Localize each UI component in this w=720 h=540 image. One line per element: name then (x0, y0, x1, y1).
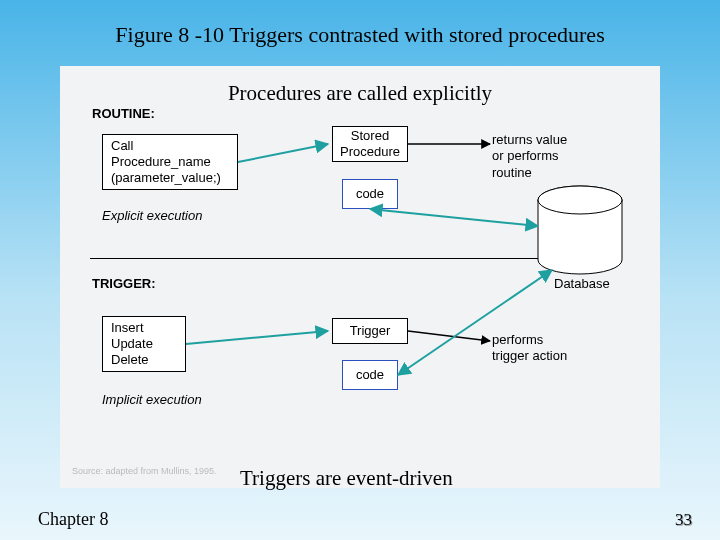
trigger-heading: TRIGGER: (92, 276, 156, 291)
call-line-2: Procedure_name (111, 154, 221, 170)
footer-chapter: Chapter 8 (38, 509, 108, 530)
trigger-code-box: code (342, 360, 398, 390)
performs-label: performs trigger action (492, 332, 567, 365)
section-divider (90, 258, 560, 259)
ops-box: Insert Update Delete (102, 316, 186, 372)
arrow-ops-to-trigger (186, 331, 328, 344)
routine-code-box: code (342, 179, 398, 209)
diagram-panel: ROUTINE: Call Procedure_name (parameter_… (60, 66, 660, 488)
arrow-code-db-routine (370, 209, 538, 226)
call-line-3: (parameter_value;) (111, 170, 221, 186)
svg-point-0 (538, 186, 622, 214)
footer-page-number: 33 (675, 510, 692, 530)
explicit-exec-label: Explicit execution (102, 208, 202, 223)
routine-heading: ROUTINE: (92, 106, 155, 121)
database-icon (538, 186, 622, 274)
source-note: Source: adapted from Mullins, 1995. (72, 466, 217, 476)
arrow-trigger-to-performs (408, 331, 490, 341)
ops-line-3: Delete (111, 352, 153, 368)
svg-point-1 (538, 186, 622, 214)
subtitle-procedures: Procedures are called explicitly (0, 81, 720, 106)
figure-title: Figure 8 -10 Triggers contrasted with st… (0, 22, 720, 48)
call-box: Call Procedure_name (parameter_value;) (102, 134, 238, 190)
subtitle-triggers: Triggers are event-driven (240, 466, 453, 491)
trigger-box: Trigger (332, 318, 408, 344)
stored-procedure-box: Stored Procedure (332, 126, 408, 162)
ops-line-1: Insert (111, 320, 153, 336)
database-label: Database (554, 276, 610, 291)
implicit-exec-label: Implicit execution (102, 392, 202, 407)
returns-label: returns value or performs routine (492, 132, 567, 181)
call-line-1: Call (111, 138, 221, 154)
ops-line-2: Update (111, 336, 153, 352)
slide: ROUTINE: Call Procedure_name (parameter_… (0, 0, 720, 540)
arrow-call-to-proc (238, 144, 328, 162)
